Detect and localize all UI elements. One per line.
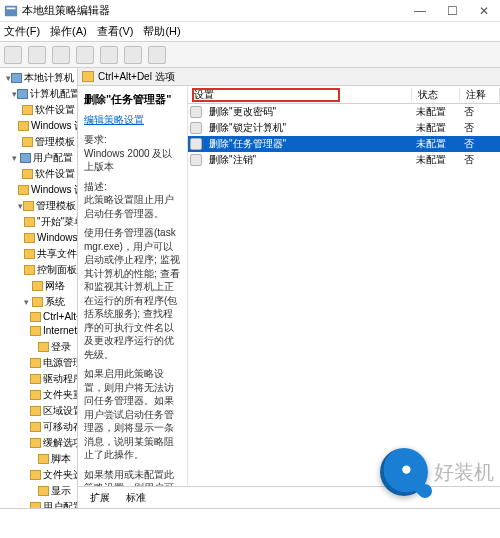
tree-root[interactable]: ▾本地计算机 策略 <box>2 70 75 86</box>
close-button[interactable]: ✕ <box>472 4 496 18</box>
col-state[interactable]: 状态 <box>412 88 460 102</box>
toolbar-back-button[interactable] <box>4 46 22 64</box>
app-icon <box>4 4 18 18</box>
path-text: Ctrl+Alt+Del 选项 <box>98 70 175 84</box>
tree-item[interactable]: 显示 <box>2 483 75 499</box>
tree-item[interactable]: 驱动程序安 <box>2 371 75 387</box>
tree-item[interactable]: Internet 选 <box>2 323 75 339</box>
menu-view[interactable]: 查看(V) <box>97 24 134 39</box>
tab-standard[interactable]: 标准 <box>120 489 152 507</box>
annotation-ring <box>0 528 56 538</box>
tree-item[interactable]: 软件设置 <box>2 102 75 118</box>
policy-icon <box>190 122 202 134</box>
tree-computer-config[interactable]: ▾计算机配置 <box>2 86 75 102</box>
tree-user-config[interactable]: ▾用户配置 <box>2 150 75 166</box>
description-pane: 删除"任务管理器" 编辑策略设置 要求:Windows 2000 及以上版本 描… <box>78 86 188 486</box>
tree-item[interactable]: 共享文件夹 <box>2 246 75 262</box>
tree-item[interactable]: 文件夹选项 <box>2 467 75 483</box>
policy-icon <box>190 138 202 150</box>
menu-help[interactable]: 帮助(H) <box>143 24 180 39</box>
policy-icon <box>190 106 202 118</box>
menu-file[interactable]: 文件(F) <box>4 24 40 39</box>
tab-extended[interactable]: 扩展 <box>84 489 116 507</box>
tree-item[interactable]: Windows 设置 <box>2 182 75 198</box>
svg-rect-0 <box>5 5 17 16</box>
status-bar <box>0 508 500 528</box>
toolbar-properties-button[interactable] <box>100 46 118 64</box>
col-comment[interactable]: 注释 <box>460 88 500 102</box>
tree-item[interactable]: 可移动存储 <box>2 419 75 435</box>
toolbar-up-button[interactable] <box>52 46 70 64</box>
list-row[interactable]: 删除"任务管理器"未配置否 <box>188 136 500 152</box>
tree-admin-templates[interactable]: ▾管理模板 <box>2 198 75 214</box>
col-setting[interactable]: 设置 <box>188 88 412 102</box>
list-row[interactable]: 删除"锁定计算机"未配置否 <box>188 120 500 136</box>
watermark: 好装机 <box>380 448 494 496</box>
menu-action[interactable]: 操作(A) <box>50 24 87 39</box>
tree-item[interactable]: 缓解选项 <box>2 435 75 451</box>
policy-icon <box>190 154 202 166</box>
toolbar <box>0 42 500 68</box>
tree-item[interactable]: 软件设置 <box>2 166 75 182</box>
menu-bar: 文件(F) 操作(A) 查看(V) 帮助(H) <box>0 22 500 42</box>
list-header: 设置 状态 注释 <box>188 86 500 104</box>
path-bar: Ctrl+Alt+Del 选项 <box>78 68 500 86</box>
tree-item[interactable]: Windows 组 <box>2 230 75 246</box>
edit-policy-link[interactable]: 编辑策略设置 <box>84 113 181 127</box>
tree-item[interactable]: 区域设置选 <box>2 403 75 419</box>
policy-list: 设置 状态 注释 删除"更改密码"未配置否删除"锁定计算机"未配置否删除"任务管… <box>188 86 500 486</box>
tree-item[interactable]: 管理模板 <box>2 134 75 150</box>
tree-item[interactable]: "开始"菜单和 <box>2 214 75 230</box>
toolbar-filter-button[interactable] <box>148 46 166 64</box>
list-row[interactable]: 删除"注销"未配置否 <box>188 152 500 168</box>
folder-icon <box>82 71 94 82</box>
tree-item[interactable]: 脚本 <box>2 451 75 467</box>
toolbar-help-button[interactable] <box>124 46 142 64</box>
tree-ctrl-alt-del[interactable]: Ctrl+Alt+ <box>2 310 75 323</box>
tree-item[interactable]: 登录 <box>2 339 75 355</box>
toolbar-forward-button[interactable] <box>28 46 46 64</box>
policy-title: 删除"任务管理器" <box>84 92 181 107</box>
toolbar-refresh-button[interactable] <box>76 46 94 64</box>
tree-item[interactable]: 控制面板 <box>2 262 75 278</box>
minimize-button[interactable]: — <box>408 4 432 18</box>
tree-item[interactable]: 网络 <box>2 278 75 294</box>
svg-rect-1 <box>7 7 16 9</box>
navigation-tree: ▾本地计算机 策略 ▾计算机配置 软件设置 Windows 设置 管理模板 ▾用… <box>0 68 78 508</box>
tree-item[interactable]: Windows 设置 <box>2 118 75 134</box>
watermark-logo-icon <box>380 448 428 496</box>
tree-item[interactable]: 电源管理 <box>2 355 75 371</box>
watermark-text: 好装机 <box>434 459 494 486</box>
list-row[interactable]: 删除"更改密码"未配置否 <box>188 104 500 120</box>
tree-system[interactable]: ▾系统 <box>2 294 75 310</box>
window-title: 本地组策略编辑器 <box>22 3 408 18</box>
tree-item[interactable]: 文件夹重定 <box>2 387 75 403</box>
tree-item[interactable]: 用户配置文 <box>2 499 75 508</box>
maximize-button[interactable]: ☐ <box>440 4 464 18</box>
